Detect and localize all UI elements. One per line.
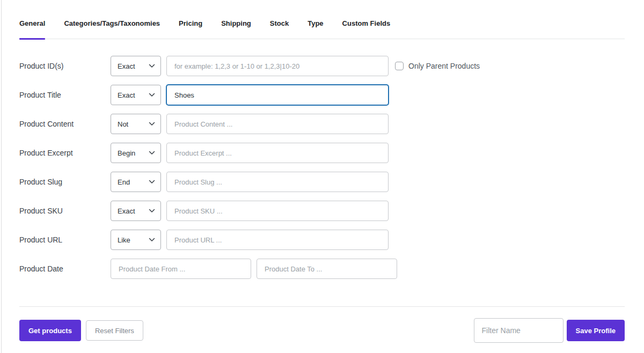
get-products-button[interactable]: Get products	[19, 320, 81, 341]
product-date-from-input[interactable]	[111, 259, 251, 279]
save-profile-button[interactable]: Save Profile	[567, 320, 625, 341]
tab-categories-tags-taxonomies[interactable]: Categories/Tags/Taxonomies	[64, 19, 160, 39]
tab-type[interactable]: Type	[308, 19, 323, 39]
product-excerpt-label: Product Excerpt	[19, 149, 111, 157]
product-slug-row: Product Slug End	[19, 172, 625, 192]
product-sku-input[interactable]	[166, 201, 389, 221]
product-slug-label: Product Slug	[19, 178, 111, 186]
tabs-bar: General Categories/Tags/Taxonomies Prici…	[19, 0, 625, 39]
product-url-operator-select[interactable]: Like	[111, 230, 161, 250]
select-value: Like	[118, 236, 130, 244]
footer-right-actions: Save Profile	[474, 318, 625, 343]
select-value: Exact	[118, 91, 135, 99]
product-date-label: Product Date	[19, 264, 111, 273]
product-slug-input[interactable]	[166, 172, 389, 192]
product-url-label: Product URL	[19, 236, 111, 244]
product-date-to-input[interactable]	[257, 259, 397, 279]
actions-footer: Get products Reset Filters Save Profile	[19, 306, 625, 343]
product-ids-input[interactable]	[166, 56, 389, 76]
select-value: Exact	[118, 62, 135, 70]
reset-filters-button[interactable]: Reset Filters	[86, 320, 143, 341]
general-filters-form: Product ID(s) Exact Only Parent Products…	[19, 39, 625, 279]
product-url-row: Product URL Like	[19, 230, 625, 250]
product-sku-row: Product SKU Exact	[19, 201, 625, 221]
product-excerpt-operator-select[interactable]: Begin	[111, 143, 161, 163]
product-date-row: Product Date	[19, 259, 625, 279]
product-title-input[interactable]	[166, 85, 389, 105]
chevron-down-icon	[149, 64, 155, 68]
product-ids-label: Product ID(s)	[19, 62, 111, 70]
select-value: Exact	[118, 207, 135, 215]
product-excerpt-input[interactable]	[166, 143, 389, 163]
product-content-label: Product Content	[19, 120, 111, 128]
chevron-down-icon	[149, 209, 155, 213]
chevron-down-icon	[149, 122, 155, 126]
product-content-input[interactable]	[166, 114, 389, 134]
select-value: Not	[118, 120, 128, 128]
product-ids-operator-select[interactable]: Exact	[111, 56, 161, 76]
only-parent-products-checkbox[interactable]	[395, 62, 404, 70]
product-filter-page: General Categories/Tags/Taxonomies Prici…	[0, 0, 644, 279]
product-slug-operator-select[interactable]: End	[111, 172, 161, 192]
footer-left-actions: Get products Reset Filters	[19, 320, 143, 341]
product-title-label: Product Title	[19, 91, 111, 99]
chevron-down-icon	[149, 93, 155, 97]
tab-shipping[interactable]: Shipping	[221, 19, 251, 39]
product-content-row: Product Content Not	[19, 114, 625, 134]
product-excerpt-row: Product Excerpt Begin	[19, 143, 625, 163]
chevron-down-icon	[149, 151, 155, 155]
select-value: Begin	[118, 149, 135, 157]
filter-name-input[interactable]	[474, 318, 564, 343]
tab-pricing[interactable]: Pricing	[179, 19, 202, 39]
select-value: End	[118, 178, 130, 186]
chevron-down-icon	[149, 180, 155, 184]
tab-stock[interactable]: Stock	[270, 19, 289, 39]
product-ids-row: Product ID(s) Exact Only Parent Products	[19, 56, 625, 76]
tab-general[interactable]: General	[19, 19, 45, 39]
product-content-operator-select[interactable]: Not	[111, 114, 161, 134]
product-sku-operator-select[interactable]: Exact	[111, 201, 161, 221]
tab-custom-fields[interactable]: Custom Fields	[342, 19, 391, 39]
product-title-operator-select[interactable]: Exact	[111, 85, 161, 105]
product-title-row: Product Title Exact	[19, 85, 625, 105]
product-sku-label: Product SKU	[19, 207, 111, 215]
only-parent-products-option[interactable]: Only Parent Products	[395, 62, 480, 70]
only-parent-products-label: Only Parent Products	[408, 62, 480, 70]
chevron-down-icon	[149, 238, 155, 242]
product-url-input[interactable]	[166, 230, 389, 250]
